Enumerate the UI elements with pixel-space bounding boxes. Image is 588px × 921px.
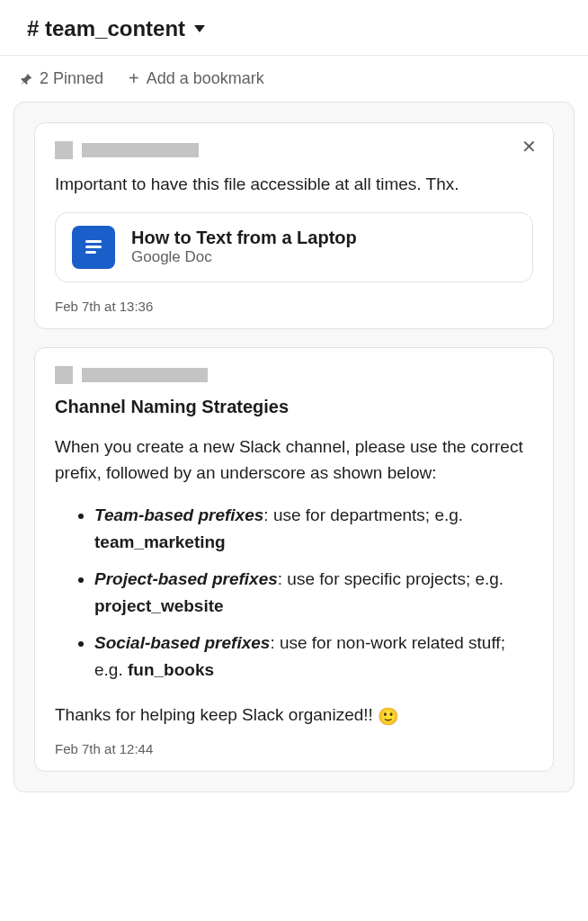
- attachment-subtitle: Google Doc: [131, 248, 357, 266]
- list-item: Social-based prefixes: use for non-work …: [94, 630, 533, 683]
- message-text: Important to have this file accessible a…: [55, 172, 533, 198]
- prefix-list: Team-based prefixes: use for departments…: [55, 502, 533, 683]
- pin-icon: [18, 72, 32, 86]
- close-icon[interactable]: ✕: [521, 138, 537, 156]
- channel-header: # team_content: [0, 0, 588, 55]
- message-timestamp: Feb 7th at 13:36: [55, 299, 533, 314]
- author-name-redacted: [82, 368, 208, 382]
- add-bookmark-label: Add a bookmark: [147, 69, 264, 88]
- channel-name: # team_content: [27, 16, 185, 41]
- message-closing: Thanks for helping keep Slack organized!…: [55, 702, 533, 730]
- avatar: [55, 141, 73, 159]
- smile-emoji: 🙂: [378, 704, 399, 730]
- attachment-title: How to Text from a Laptop: [131, 228, 357, 248]
- channel-title-button[interactable]: # team_content: [27, 16, 561, 41]
- message-heading: Channel Naming Strategies: [55, 397, 533, 417]
- file-attachment[interactable]: How to Text from a Laptop Google Doc: [55, 212, 533, 282]
- prefix-desc: : use for departments; e.g.: [263, 505, 463, 524]
- pinned-message-card[interactable]: Channel Naming Strategies When you creat…: [34, 347, 554, 772]
- message-intro: When you create a new Slack channel, ple…: [55, 434, 533, 487]
- prefix-example: fun_books: [128, 660, 214, 679]
- prefix-desc: : use for specific projects; e.g.: [278, 569, 503, 588]
- message-author-row: [55, 366, 533, 384]
- doc-icon: [72, 226, 115, 269]
- avatar: [55, 366, 73, 384]
- plus-icon: +: [129, 68, 139, 89]
- message-author-row: [55, 141, 533, 159]
- list-item: Team-based prefixes: use for departments…: [94, 502, 533, 555]
- author-name-redacted: [82, 143, 199, 157]
- prefix-example: project_website: [94, 596, 224, 615]
- pinned-message-card[interactable]: ✕ Important to have this file accessible…: [34, 122, 554, 329]
- prefix-example: team_marketing: [94, 532, 226, 551]
- prefix-name: Project-based prefixes: [94, 569, 278, 588]
- pinned-messages-panel: ✕ Important to have this file accessible…: [13, 102, 575, 792]
- prefix-name: Social-based prefixes: [94, 633, 270, 652]
- list-item: Project-based prefixes: use for specific…: [94, 566, 533, 619]
- add-bookmark-button[interactable]: + Add a bookmark: [129, 68, 264, 89]
- closing-text-content: Thanks for helping keep Slack organized!…: [55, 705, 378, 724]
- chevron-down-icon: [194, 25, 205, 32]
- message-timestamp: Feb 7th at 12:44: [55, 741, 533, 756]
- pinned-count-label: 2 Pinned: [40, 69, 103, 88]
- pinned-button[interactable]: 2 Pinned: [18, 69, 103, 88]
- prefix-name: Team-based prefixes: [94, 505, 263, 524]
- channel-toolbar: 2 Pinned + Add a bookmark: [0, 56, 588, 102]
